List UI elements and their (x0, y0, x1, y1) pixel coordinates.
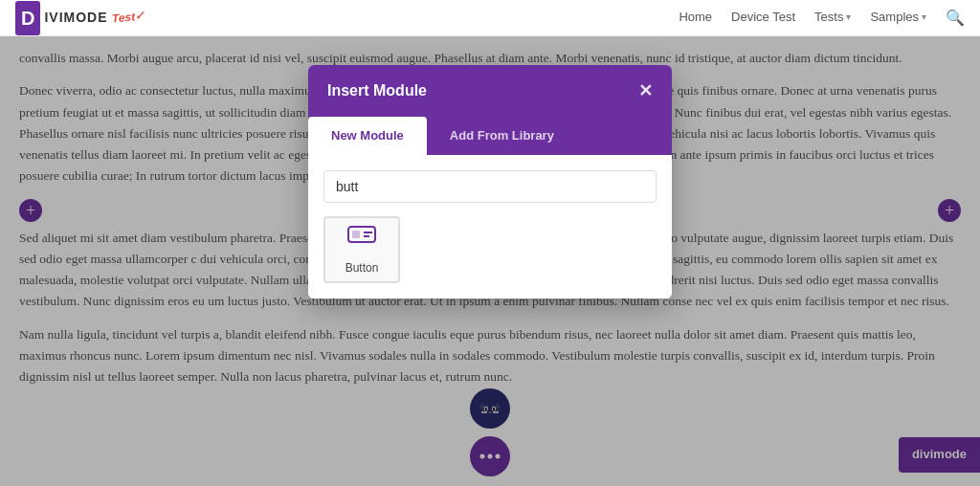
button-module-item[interactable]: Button (323, 216, 400, 283)
button-module-label: Button (345, 259, 379, 277)
samples-arrow: ▾ (922, 10, 926, 25)
svg-rect-16 (352, 231, 360, 238)
tests-arrow: ▾ (846, 10, 851, 25)
modal-body: Button (308, 155, 672, 298)
modal-tabs: New Module Add From Library (308, 117, 672, 156)
modal-header: Insert Module ✕ (308, 65, 672, 117)
module-grid: Button (323, 216, 657, 283)
button-module-icon (346, 222, 377, 255)
logo-badge: Test✓ (111, 7, 145, 28)
search-icon[interactable]: 🔍 (946, 6, 965, 31)
nav-home[interactable]: Home (679, 8, 712, 28)
nav-tests[interactable]: Tests ▾ (814, 8, 851, 28)
modal-close-button[interactable]: ✕ (638, 82, 653, 99)
main-content: convallis massa. Morbi augue arcu, place… (0, 36, 980, 486)
insert-module-modal: Insert Module ✕ New Module Add From Libr… (308, 65, 672, 298)
header: D IVIMODE Test✓ Home Device Test Tests ▾… (0, 0, 980, 36)
modal-title: Insert Module (327, 78, 427, 103)
module-search-input[interactable] (323, 170, 657, 203)
logo-d-letter: D (15, 1, 40, 35)
header-nav: Home Device Test Tests ▾ Samples ▾ 🔍 (679, 6, 965, 31)
logo-text: IVIMODE (44, 7, 107, 28)
logo: D IVIMODE Test✓ (15, 1, 145, 35)
tab-add-from-library[interactable]: Add From Library (427, 117, 577, 156)
tab-new-module[interactable]: New Module (308, 117, 427, 156)
modal-overlay: Insert Module ✕ New Module Add From Libr… (0, 36, 980, 486)
nav-device-test[interactable]: Device Test (731, 8, 795, 28)
nav-samples[interactable]: Samples ▾ (870, 8, 926, 28)
